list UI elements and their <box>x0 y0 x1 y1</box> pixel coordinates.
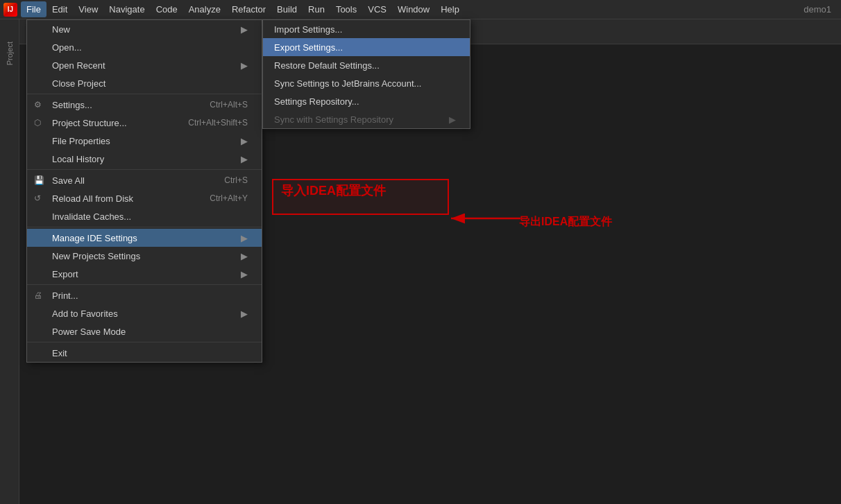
menu-item-settings[interactable]: ⚙ Settings... Ctrl+Alt+S <box>27 96 262 114</box>
menu-item-manage-ide-label: Manage IDE Settings <box>52 233 137 243</box>
project-structure-icon: ⬡ <box>34 118 41 128</box>
print-icon: 🖨 <box>34 290 42 300</box>
menu-item-invalidate-caches-label: Invalidate Caches... <box>52 211 131 222</box>
menu-item-power-save[interactable]: Power Save Mode <box>27 322 262 340</box>
submenu-item-sync-jb-label: Sync Settings to JetBrains Account... <box>274 78 421 89</box>
menu-item-open-recent-label: Open Recent <box>52 60 105 71</box>
menu-item-project-structure-label: Project Structure... <box>52 118 127 128</box>
menu-item-invalidate-caches[interactable]: Invalidate Caches... <box>27 207 262 225</box>
menu-item-close-project-label: Close Project <box>52 78 105 89</box>
sidebar-tab-label: Project <box>6 42 14 65</box>
menu-item-local-history-label: Local History <box>52 154 104 164</box>
menu-item-exit-label: Exit <box>52 348 67 358</box>
menu-run[interactable]: Run <box>303 1 330 17</box>
menu-item-close-project[interactable]: Close Project <box>27 74 262 92</box>
menu-item-new-projects-label: New Projects Settings <box>52 251 140 261</box>
menu-item-manage-ide[interactable]: Manage IDE Settings ▶ <box>27 229 262 247</box>
menu-item-favorites-label: Add to Favorites <box>52 309 118 319</box>
menu-item-local-history[interactable]: Local History ▶ <box>27 150 262 168</box>
submenu-item-sync-repo: Sync with Settings Repository ▶ <box>263 110 470 128</box>
divider-3 <box>27 227 262 227</box>
submenu-item-restore[interactable]: Restore Default Settings... <box>263 56 470 74</box>
menu-item-manage-ide-arrow: ▶ <box>241 233 248 243</box>
menu-item-favorites[interactable]: Add to Favorites ▶ <box>27 304 262 322</box>
menu-item-export[interactable]: Export ▶ <box>27 265 262 283</box>
submenu-item-settings-repo-label: Settings Repository... <box>274 96 359 107</box>
menu-item-project-structure[interactable]: ⬡ Project Structure... Ctrl+Alt+Shift+S <box>27 114 262 132</box>
submenu-item-export-label: Export Settings... <box>274 42 343 53</box>
menu-item-new-label: New <box>52 24 70 35</box>
menu-window[interactable]: Window <box>392 1 435 17</box>
save-icon: 💾 <box>34 175 44 185</box>
menu-item-file-properties[interactable]: File Properties ▶ <box>27 132 262 150</box>
menu-item-export-label: Export <box>52 269 78 279</box>
menu-tools[interactable]: Tools <box>330 1 362 17</box>
menu-item-exit[interactable]: Exit <box>27 344 262 362</box>
menu-item-settings-shortcut: Ctrl+Alt+S <box>210 100 248 110</box>
menu-help[interactable]: Help <box>435 1 465 17</box>
menu-item-favorites-arrow: ▶ <box>241 309 248 319</box>
menu-bar: IJ File Edit View Navigate Code Analyze … <box>0 0 841 19</box>
divider-1 <box>27 94 262 94</box>
divider-5 <box>27 342 262 342</box>
divider-2 <box>27 169 262 170</box>
menu-analyze[interactable]: Analyze <box>183 1 226 17</box>
window-title: demo1 <box>804 4 838 15</box>
menu-item-open[interactable]: Open... <box>27 38 262 56</box>
divider-4 <box>27 284 262 285</box>
menu-item-power-save-label: Power Save Mode <box>52 327 126 337</box>
menu-item-new-arrow: ▶ <box>241 24 248 35</box>
menu-refactor[interactable]: Refactor <box>226 1 271 17</box>
submenu-item-import-label: Import Settings... <box>274 24 342 35</box>
menu-code[interactable]: Code <box>151 1 183 17</box>
menu-item-save-all-shortcut: Ctrl+S <box>224 175 248 185</box>
menu-navigate[interactable]: Navigate <box>103 1 150 17</box>
menu-item-reload-shortcut: Ctrl+Alt+Y <box>210 193 248 203</box>
menu-item-print-label: Print... <box>52 290 78 301</box>
menu-item-open-recent-arrow: ▶ <box>241 60 248 71</box>
menu-item-export-arrow: ▶ <box>241 269 248 279</box>
sidebar: Project <box>0 19 19 504</box>
menu-item-reload[interactable]: ↺ Reload All from Disk Ctrl+Alt+Y <box>27 189 262 207</box>
menu-build[interactable]: Build <box>271 1 303 17</box>
menu-item-file-properties-arrow: ▶ <box>241 136 248 146</box>
reload-icon: ↺ <box>34 193 41 203</box>
file-dropdown: New ▶ Open... Open Recent ▶ Close Projec… <box>26 19 262 363</box>
menu-item-new[interactable]: New ▶ <box>27 20 262 38</box>
sidebar-tab-project[interactable]: Project <box>0 22 19 85</box>
menu-item-new-projects[interactable]: New Projects Settings ▶ <box>27 247 262 265</box>
logo-icon: IJ <box>3 3 17 17</box>
menu-item-print[interactable]: 🖨 Print... <box>27 286 262 304</box>
submenu-item-sync-jb[interactable]: Sync Settings to JetBrains Account... <box>263 74 470 92</box>
app-logo: IJ <box>3 2 18 17</box>
submenu-item-restore-label: Restore Default Settings... <box>274 60 380 71</box>
menu-item-file-properties-label: File Properties <box>52 136 110 146</box>
menu-item-save-all[interactable]: 💾 Save All Ctrl+S <box>27 171 262 189</box>
menu-item-new-projects-arrow: ▶ <box>241 251 248 261</box>
menu-item-project-structure-shortcut: Ctrl+Alt+Shift+S <box>188 118 248 128</box>
menu-item-local-history-arrow: ▶ <box>241 154 248 164</box>
menu-item-reload-label: Reload All from Disk <box>52 193 133 204</box>
submenu-item-sync-repo-arrow: ▶ <box>449 114 456 125</box>
menu-item-settings-label: Settings... <box>52 100 92 110</box>
menu-file[interactable]: File <box>21 1 46 17</box>
menu-item-save-all-label: Save All <box>52 175 85 186</box>
submenu-item-import[interactable]: Import Settings... <box>263 20 470 38</box>
submenu-item-export[interactable]: Export Settings... <box>263 38 470 56</box>
submenu-item-sync-repo-label: Sync with Settings Repository <box>274 114 393 125</box>
menu-edit[interactable]: Edit <box>46 1 73 17</box>
submenu-item-settings-repo[interactable]: Settings Repository... <box>263 92 470 110</box>
menu-item-open-recent[interactable]: Open Recent ▶ <box>27 56 262 74</box>
settings-icon: ⚙ <box>34 100 42 110</box>
manage-ide-submenu: Import Settings... Export Settings... Re… <box>262 19 470 129</box>
menu-item-open-label: Open... <box>52 42 82 53</box>
menu-view[interactable]: View <box>73 1 103 17</box>
menu-vcs[interactable]: VCS <box>362 1 392 17</box>
